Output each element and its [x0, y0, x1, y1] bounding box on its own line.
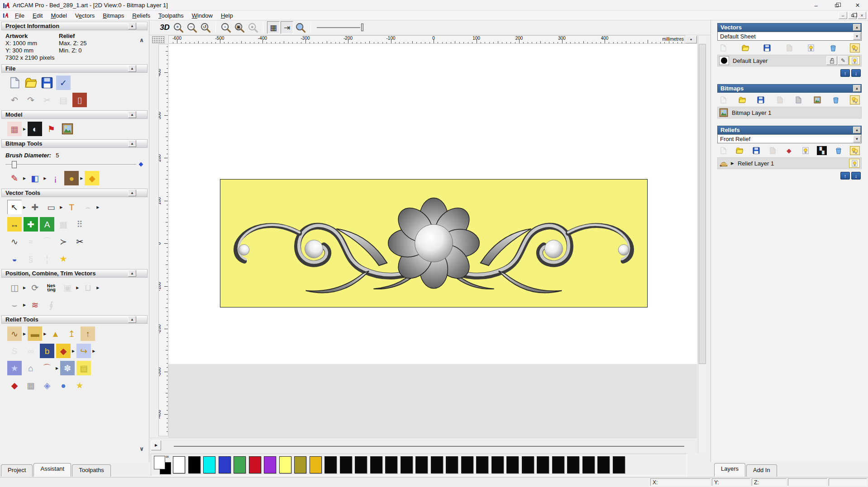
menu-reliefs[interactable]: Reliefs: [128, 12, 154, 19]
artwork-sheet[interactable]: [220, 179, 648, 307]
zoom-previous-icon[interactable]: ↺: [199, 21, 212, 34]
ruler-corner-button[interactable]: [152, 36, 165, 43]
palette-swatch-0[interactable]: [173, 456, 185, 473]
select-vectors-icon[interactable]: ↖: [7, 200, 22, 214]
ruler-unit-button[interactable]: ▼: [685, 36, 697, 43]
palette-swatch-25[interactable]: [552, 456, 564, 473]
mirror-vectors-icon[interactable]: ¦: [40, 251, 54, 266]
menu-toolpaths[interactable]: Toolpaths: [154, 12, 188, 19]
flyout-arrow-icon[interactable]: ▶: [43, 176, 46, 180]
cut-icon[interactable]: ✂: [40, 93, 54, 107]
model-lighting-icon[interactable]: ⚑: [44, 122, 58, 136]
palette-swatch-8[interactable]: [294, 456, 306, 473]
bitmap-image-icon[interactable]: [812, 95, 822, 104]
move-layer-down-button[interactable]: ↓: [851, 69, 861, 77]
vectors-dropdown[interactable]: Default Sheet▼: [717, 32, 862, 41]
weld-vectors-icon[interactable]: ⊔: [81, 280, 95, 295]
sheet-save-icon[interactable]: [762, 43, 772, 52]
block-copy-icon[interactable]: ▣: [60, 280, 75, 295]
collapse-icon[interactable]: ▲: [128, 270, 136, 277]
collapse-icon[interactable]: ▲: [128, 189, 136, 196]
create-rectangle-icon[interactable]: ▭: [44, 200, 58, 214]
collapse-icon[interactable]: ▲: [853, 85, 861, 92]
colour-indicator[interactable]: ∞: [154, 455, 173, 475]
palette-swatch-1[interactable]: [188, 456, 200, 473]
flyout-arrow-icon[interactable]: ▶: [23, 286, 26, 290]
tab-toolpaths[interactable]: Toolpaths: [72, 464, 111, 477]
red-shape-tool-icon[interactable]: ◆: [7, 378, 22, 392]
bitmap-delete-icon[interactable]: [831, 95, 841, 104]
minimize-button[interactable]: –: [806, 0, 826, 11]
paste-icon[interactable]: ▯: [72, 93, 87, 107]
relief-calculate-icon[interactable]: ◆: [784, 146, 794, 155]
tab-add-in[interactable]: Add In: [746, 464, 777, 477]
bitmap-open-icon[interactable]: [737, 95, 747, 104]
bitmap-save-icon[interactable]: [756, 95, 766, 104]
flyout-arrow-icon[interactable]: ▶: [43, 332, 46, 336]
relief-toggle-visibility-icon[interactable]: [850, 146, 860, 155]
greyscale-image-icon[interactable]: [60, 122, 75, 136]
maximize-button[interactable]: [826, 0, 847, 11]
trim-vectors-icon[interactable]: ⌣: [7, 298, 22, 312]
layer-row[interactable]: Default Layer✎: [717, 55, 862, 66]
toggle-all-visibility-icon[interactable]: [850, 43, 860, 52]
horizontal-scroll-button[interactable]: ▶: [151, 440, 161, 450]
zoom-drawing-icon[interactable]: ▣: [233, 21, 246, 34]
tab-layers[interactable]: Layers: [714, 463, 745, 477]
lock-icon[interactable]: [826, 56, 837, 65]
tab-assistant[interactable]: Assistant: [33, 463, 71, 477]
palette-swatch-18[interactable]: [446, 456, 458, 473]
move-layer-down-button[interactable]: ↓: [851, 172, 861, 180]
zoom-in-icon[interactable]: +: [172, 21, 185, 34]
collapse-icon[interactable]: ▲: [128, 140, 136, 147]
palette-swatch-28[interactable]: [597, 456, 610, 473]
palette-swatch-20[interactable]: [476, 456, 488, 473]
flyout-arrow-icon[interactable]: ▶: [92, 349, 95, 353]
horizontal-scrollbar[interactable]: [150, 438, 697, 453]
palette-swatch-15[interactable]: [401, 456, 413, 473]
layer-bulb-page-icon[interactable]: [806, 43, 816, 52]
vertical-scroll-thumb[interactable]: [699, 44, 706, 364]
shape-editor-icon[interactable]: ▲: [48, 326, 62, 341]
new-model-icon[interactable]: [7, 76, 22, 90]
palette-swatch-13[interactable]: [370, 456, 382, 473]
text-on-curve-icon[interactable]: ⟳: [28, 280, 42, 295]
layer-delete-icon[interactable]: [828, 43, 838, 52]
palette-swatch-9[interactable]: [310, 456, 322, 473]
relief-layers-icon[interactable]: ▤: [76, 361, 91, 375]
collapse-icon[interactable]: ▲: [853, 127, 861, 133]
bitmap-new-icon[interactable]: [718, 95, 728, 104]
flood-fill-icon[interactable]: ◧: [28, 171, 42, 185]
palette-swatch-11[interactable]: [340, 456, 352, 473]
palette-swatch-3[interactable]: [219, 456, 231, 473]
sketch-polyline-icon[interactable]: ≈: [24, 234, 38, 249]
palette-swatch-26[interactable]: [567, 456, 579, 473]
flyout-arrow-icon[interactable]: ▶: [23, 303, 26, 307]
undo-icon[interactable]: ↶: [7, 93, 22, 107]
relief-bulb-page-icon[interactable]: [801, 146, 811, 155]
menu-window[interactable]: Window: [188, 12, 217, 19]
yellow-star-tool-icon[interactable]: ★: [72, 378, 87, 392]
primary-colour-swatch[interactable]: [154, 456, 165, 469]
snip-vector-icon[interactable]: ✂: [72, 234, 87, 249]
flyout-arrow-icon[interactable]: ▶: [96, 286, 99, 290]
flyout-arrow-icon[interactable]: ▶: [23, 176, 26, 180]
flip-relief-icon[interactable]: ↪: [76, 344, 91, 358]
flyout-arrow-icon[interactable]: ▶: [56, 366, 58, 370]
sphere-tool-icon[interactable]: ●: [56, 378, 71, 392]
emboss-book-icon[interactable]: b: [40, 344, 54, 358]
snap-grid-toggle[interactable]: ▦: [267, 21, 280, 34]
palette-swatch-21[interactable]: [491, 456, 504, 473]
add-plane-icon[interactable]: ▬: [28, 326, 42, 341]
sheet-open-icon[interactable]: [740, 43, 750, 52]
chevron-down-icon[interactable]: ▼: [853, 135, 861, 142]
relief-open-icon[interactable]: [734, 146, 744, 155]
sculpt-tool-icon[interactable]: S: [7, 344, 22, 358]
slider-handle[interactable]: [12, 161, 17, 168]
mesh-distort-icon[interactable]: ▦: [56, 217, 71, 232]
fit-curve-icon[interactable]: §: [24, 251, 38, 266]
layer-row[interactable]: Bitmap Layer 1: [717, 107, 862, 118]
paste-array-icon[interactable]: ⠿: [72, 217, 87, 232]
preview-magnifier-icon[interactable]: [294, 21, 307, 34]
nesting-icon[interactable]: Nesting: [44, 280, 58, 295]
